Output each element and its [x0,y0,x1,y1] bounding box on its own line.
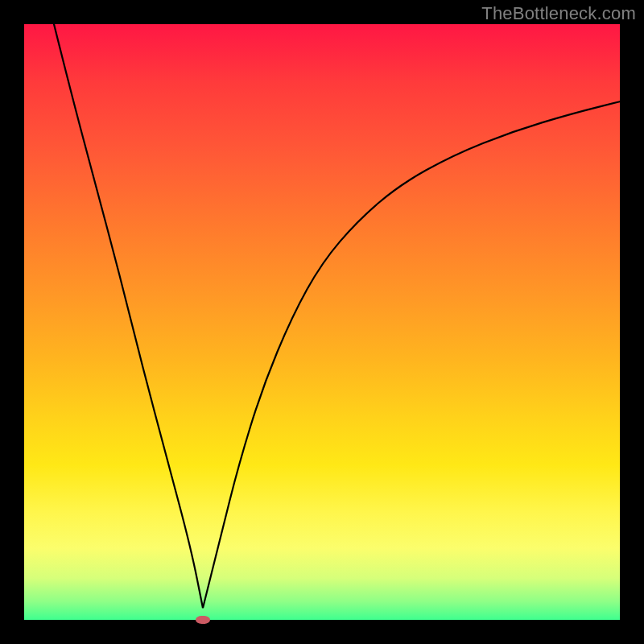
bottleneck-curve [24,24,620,620]
curve-path [54,24,620,608]
minimum-marker [196,616,210,624]
chart-outer-frame: TheBottleneck.com [0,0,644,644]
watermark-text: TheBottleneck.com [481,3,636,24]
plot-area [24,24,620,620]
